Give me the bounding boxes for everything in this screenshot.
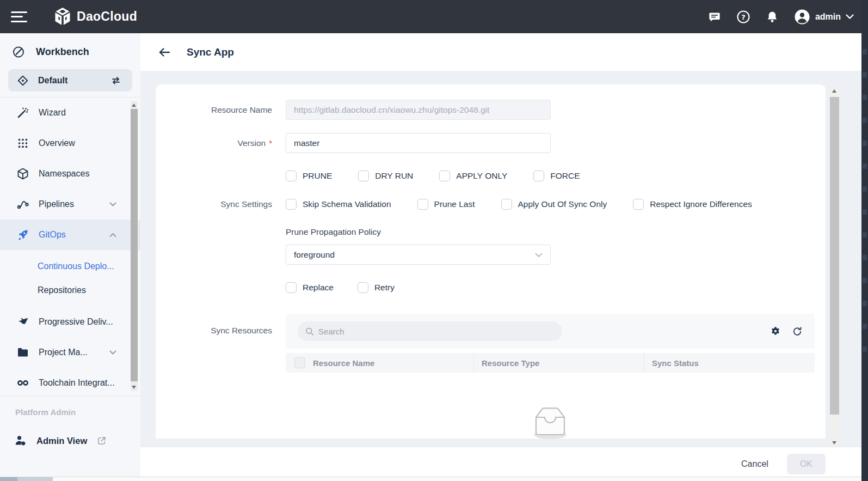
switch-workspace-icon[interactable] bbox=[109, 74, 122, 87]
required-asterisk: * bbox=[269, 138, 272, 148]
checkbox-box[interactable] bbox=[286, 199, 297, 210]
prune-propagation-policy-label: Prune Propagation Policy bbox=[286, 227, 826, 237]
avatar bbox=[794, 9, 810, 25]
checkbox-prune[interactable]: PRUNE bbox=[286, 171, 332, 181]
sidebar-item-continuous-deployment[interactable]: Continuous Deplo... bbox=[0, 254, 140, 278]
checkbox-force[interactable]: FORCE bbox=[533, 171, 580, 181]
notifications-bell-icon[interactable] bbox=[765, 10, 779, 24]
version-input[interactable] bbox=[286, 133, 551, 153]
chevron-up-icon bbox=[109, 230, 116, 240]
refresh-icon[interactable] bbox=[792, 326, 803, 337]
checkbox-apply-out-of-sync-only[interactable]: Apply Out Of Sync Only bbox=[501, 199, 607, 210]
sidebar-item-label: Project Ma... bbox=[39, 348, 88, 357]
extra-options-row: Replace Retry bbox=[156, 282, 826, 293]
workbench-label: Workbench bbox=[36, 46, 89, 58]
pipelines-icon bbox=[16, 198, 29, 211]
checkbox-box[interactable] bbox=[439, 171, 450, 181]
sidebar-item-label: Overview bbox=[39, 138, 75, 148]
checkbox-dry-run[interactable]: DRY RUN bbox=[358, 171, 413, 181]
sidebar-item-label: Namespaces bbox=[39, 169, 89, 179]
checkbox-apply-only[interactable]: APPLY ONLY bbox=[439, 171, 507, 181]
cancel-button[interactable]: Cancel bbox=[741, 459, 768, 469]
sidebar-item-label: Progressive Deliv... bbox=[39, 317, 113, 327]
checkbox-box[interactable] bbox=[633, 199, 644, 210]
prune-propagation-policy-select[interactable]: foreground bbox=[286, 245, 551, 265]
help-icon[interactable]: ? bbox=[736, 10, 750, 24]
sidebar-item-workbench[interactable]: Workbench bbox=[0, 33, 140, 65]
sync-settings-label: Sync Settings bbox=[156, 199, 272, 209]
gitops-rocket-icon bbox=[16, 228, 29, 241]
back-arrow-icon[interactable] bbox=[158, 45, 172, 59]
sidebar-item-repositories[interactable]: Repositories bbox=[0, 278, 140, 302]
column-sync-status: Sync Status bbox=[644, 353, 815, 373]
external-link-icon bbox=[96, 436, 107, 446]
sidebar-subitem-label: Repositories bbox=[38, 285, 86, 295]
checkbox-box[interactable] bbox=[358, 171, 369, 181]
checkbox-respect-ignore-differences[interactable]: Respect Ignore Differences bbox=[633, 199, 752, 210]
workspace-icon bbox=[16, 74, 29, 87]
search-icon bbox=[305, 327, 314, 336]
platform-admin-section-label: Platform Admin bbox=[0, 397, 140, 417]
ok-button[interactable]: OK bbox=[787, 454, 826, 474]
menu-toggle-icon[interactable] bbox=[11, 11, 27, 22]
scroll-up-arrow[interactable] bbox=[832, 89, 836, 93]
select-all-checkbox[interactable] bbox=[294, 357, 305, 368]
content-scrollbar[interactable] bbox=[830, 87, 839, 447]
sync-settings-row: Sync Settings Skip Schema Validation Pru… bbox=[156, 199, 826, 210]
sidebar-item-gitops[interactable]: GitOps bbox=[0, 220, 140, 250]
sidebar-item-pipelines[interactable]: Pipelines bbox=[0, 189, 140, 220]
topbar: DaoCloud ? admin bbox=[0, 0, 868, 33]
sidebar-item-label: Wizard bbox=[39, 108, 66, 118]
empty-state: No Data bbox=[286, 401, 815, 447]
checkbox-box[interactable] bbox=[358, 282, 368, 293]
empty-inbox-icon bbox=[524, 401, 576, 441]
scroll-down-arrow[interactable] bbox=[832, 441, 836, 445]
scroll-up-arrow[interactable] bbox=[132, 103, 136, 107]
version-row: Version* bbox=[156, 133, 826, 153]
admin-user-icon bbox=[14, 434, 27, 447]
checkbox-box[interactable] bbox=[286, 282, 297, 293]
sync-app-form-card: Resource Name Version* PRUNE DRY RUN APP… bbox=[156, 84, 826, 439]
checkbox-replace[interactable]: Replace bbox=[286, 282, 334, 293]
sidebar-item-overview[interactable]: Overview bbox=[0, 128, 140, 159]
horizontal-scrollbar[interactable] bbox=[0, 477, 861, 481]
scroll-down-arrow[interactable] bbox=[132, 386, 136, 389]
sync-resources-row: Sync Resources bbox=[156, 314, 826, 447]
resource-name-label: Resource Name bbox=[156, 105, 272, 115]
sidebar-item-progressive-delivery[interactable]: Progressive Deliv... bbox=[0, 307, 140, 337]
checkbox-box[interactable] bbox=[417, 199, 428, 210]
topbar-actions: ? admin bbox=[707, 9, 854, 25]
sidebar-item-label: Pipelines bbox=[39, 199, 74, 209]
checkbox-retry[interactable]: Retry bbox=[358, 282, 395, 293]
brand-logo: DaoCloud bbox=[53, 7, 137, 27]
horizontal-scrollbar-thumb[interactable] bbox=[0, 477, 53, 481]
scrollbar-thumb[interactable] bbox=[131, 109, 138, 381]
scrollbar-thumb[interactable] bbox=[830, 97, 839, 415]
messages-icon[interactable] bbox=[707, 10, 722, 24]
settings-gear-icon[interactable] bbox=[770, 326, 781, 337]
namespaces-cube-icon bbox=[16, 167, 29, 180]
sidebar-nav: Wizard Overview Namespaces Pipelines bbox=[0, 98, 140, 398]
svg-text:?: ? bbox=[741, 13, 746, 21]
checkbox-box[interactable] bbox=[533, 171, 544, 181]
infinity-icon bbox=[16, 376, 29, 389]
resource-name-row: Resource Name bbox=[156, 100, 826, 120]
table-header-row: Resource Name Resource Type Sync Status bbox=[286, 353, 815, 373]
search-box[interactable] bbox=[298, 321, 562, 341]
sidebar-item-admin-view[interactable]: Admin View bbox=[0, 427, 140, 455]
sidebar-item-wizard[interactable]: Wizard bbox=[0, 98, 140, 128]
resource-name-input bbox=[286, 100, 551, 120]
checkbox-box[interactable] bbox=[501, 199, 512, 210]
chevron-down-icon bbox=[109, 348, 116, 357]
sidebar-item-namespaces[interactable]: Namespaces bbox=[0, 159, 140, 189]
checkbox-prune-last[interactable]: Prune Last bbox=[417, 199, 475, 210]
sidebar-item-project-management[interactable]: Project Ma... bbox=[0, 337, 140, 368]
workspace-selector[interactable]: Default bbox=[8, 69, 132, 92]
checkbox-box[interactable] bbox=[286, 171, 297, 181]
page-footer: Cancel OK bbox=[140, 447, 868, 481]
checkbox-skip-schema-validation[interactable]: Skip Schema Validation bbox=[286, 199, 391, 210]
search-input[interactable] bbox=[318, 327, 555, 336]
user-menu[interactable]: admin bbox=[794, 9, 854, 25]
sidebar-scrollbar[interactable] bbox=[131, 101, 138, 391]
sidebar-item-toolchain-integration[interactable]: Toolchain Integrat... bbox=[0, 368, 140, 398]
